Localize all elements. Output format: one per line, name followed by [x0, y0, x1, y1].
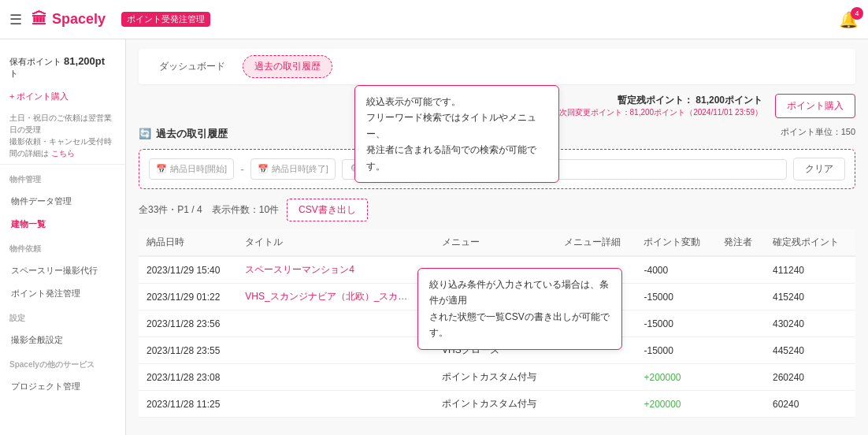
sidebar-item-building-list[interactable]: 建物一覧 — [0, 213, 125, 236]
cell-points: +200000 — [636, 364, 716, 391]
logo-text: Spacely — [52, 11, 106, 28]
cell-title — [237, 310, 434, 337]
sidebar-points: 保有ポイント 81,200pt ト — [0, 49, 125, 86]
tooltip-search-text: 絞込表示が可能です。フリーワード検索ではタイトルやメニュー、発注者に含まれる語句… — [366, 96, 536, 172]
cell-title — [237, 337, 434, 364]
cell-orderer — [716, 364, 765, 391]
logo-icon: 🏛 — [32, 10, 47, 28]
points-label: 保有ポイント — [9, 57, 61, 66]
main-layout: 保有ポイント 81,200pt ト + ポイント購入 土日・祝日のご依頼は翌営業… — [0, 39, 868, 435]
table-controls: 全33件・P1 / 4 表示件数：10件 CSV書き出し — [139, 199, 855, 221]
cell-menu: ポイントカスタム付与 — [434, 391, 556, 418]
table-header-row: 納品日時 タイトル メニュー メニュー詳細 ポイント変動 発注者 確定残ポイント — [139, 229, 855, 256]
cell-date: 2023/11/28 11:25 — [139, 391, 237, 418]
points-unit-label: ポイント単位：150 — [781, 126, 855, 138]
section-title-text: 過去の取引履歴 — [156, 127, 228, 141]
date-separator: - — [240, 163, 244, 176]
th-orderer: 発注者 — [716, 229, 765, 256]
points-info-value: 81,200ポイント — [696, 95, 762, 106]
sidebar-item-project-mgmt[interactable]: プロジェクト管理 — [0, 375, 125, 398]
table-row: 2023/11/28 11:25ポイントカスタム付与+20000060240 — [139, 391, 855, 418]
calendar-end-icon: 📅 — [258, 164, 269, 174]
sidebar: 保有ポイント 81,200pt ト + ポイント購入 土日・祝日のご依頼は翌営業… — [0, 39, 126, 435]
sidebar-note-link[interactable]: こちら — [51, 149, 75, 158]
sidebar-add-points-btn[interactable]: + ポイント購入 — [9, 91, 69, 102]
content-area: ダッシュボード 過去の取引履歴 暫定残ポイント： 81,200ポイント 次回変更… — [126, 39, 868, 435]
points-info-label: 暫定残ポイント： — [618, 95, 693, 106]
cell-orderer — [716, 391, 765, 418]
cell-points: -4000 — [636, 256, 716, 284]
cell-points: -15000 — [636, 337, 716, 364]
sidebar-item-spacely-photo[interactable]: スペースリー撮影代行 — [0, 259, 125, 282]
sidebar-note: 土日・祝日のご依頼は翌営業日の受理撮影依頼・キャンセル受付時間の詳細は こちら — [0, 107, 125, 165]
cell-points: -15000 — [636, 310, 716, 337]
sidebar-section-settings: 設定 — [0, 308, 125, 329]
cell-title — [237, 391, 434, 418]
date-end-input[interactable]: 📅 納品日時[終了] — [250, 158, 336, 180]
th-menu-detail: メニュー詳細 — [556, 229, 636, 256]
csv-export-btn[interactable]: CSV書き出し — [287, 199, 368, 221]
th-points: ポイント変動 — [636, 229, 716, 256]
cell-date: 2023/11/29 15:40 — [139, 256, 237, 284]
cell-points: +200000 — [636, 391, 716, 418]
cell-orderer — [716, 256, 765, 284]
points-unit: ト — [9, 69, 18, 78]
clear-button[interactable]: クリア — [793, 158, 845, 180]
cell-remaining: 411240 — [765, 256, 855, 284]
cell-menu-detail — [556, 364, 636, 391]
cell-remaining: 430240 — [765, 310, 855, 337]
tab-transaction-history[interactable]: 過去の取引履歴 — [243, 55, 332, 78]
points-value: 81,200pt — [64, 55, 105, 67]
cell-remaining: 60240 — [765, 391, 855, 418]
cell-date: 2023/11/28 23:55 — [139, 337, 237, 364]
cell-date: 2023/11/28 23:08 — [139, 364, 237, 391]
cell-orderer — [716, 337, 765, 364]
cell-orderer — [716, 284, 765, 310]
date-start-placeholder: 納品日時[開始] — [170, 163, 227, 175]
tab-dashboard[interactable]: ダッシュボード — [148, 56, 236, 77]
points-info-main: 暫定残ポイント： 81,200ポイント — [559, 94, 762, 107]
tooltip-csv-text: 絞り込み条件が入力されている場合は、条件が適用された状態で一覧CSVの書き出しが… — [429, 279, 610, 338]
sidebar-item-point-order[interactable]: ポイント発注管理 — [0, 282, 125, 305]
app-container: ☰ 🏛 Spacely ポイント受発注管理 🔔 4 保有ポイント 81,200p… — [0, 0, 868, 435]
title-link[interactable]: スペースリーマンション4 — [245, 264, 354, 275]
menu-icon[interactable]: ☰ — [9, 11, 22, 28]
tooltip-csv: 絞り込み条件が入力されている場合は、条件が適用された状態で一覧CSVの書き出しが… — [417, 268, 622, 350]
date-start-input[interactable]: 📅 納品日時[開始] — [149, 158, 234, 180]
record-count: 全33件・P1 / 4 表示件数：10件 — [139, 203, 279, 217]
th-menu: メニュー — [434, 229, 556, 256]
sidebar-section-order: 物件依頼 — [0, 239, 125, 259]
cell-title — [237, 364, 434, 391]
sidebar-section-other: Spacelyの他のサービス — [0, 355, 125, 375]
title-link[interactable]: VHS_スカンジナビア（北欧）_スカ… — [245, 291, 407, 302]
sidebar-item-photo-settings[interactable]: 撮影全般設定 — [0, 329, 125, 351]
cell-remaining: 445240 — [765, 337, 855, 364]
tooltip-search: 絞込表示が可能です。フリーワード検索ではタイトルやメニュー、発注者に含まれる語句… — [354, 85, 559, 183]
cell-remaining: 260240 — [765, 364, 855, 391]
sidebar-item-property-data[interactable]: 物件データ管理 — [0, 190, 125, 213]
notification-bell[interactable]: 🔔 4 — [839, 10, 859, 29]
cell-orderer — [716, 310, 765, 337]
date-end-placeholder: 納品日時[終了] — [272, 163, 328, 175]
cell-menu: ポイントカスタム付与 — [434, 364, 556, 391]
cell-title[interactable]: VHS_スカンジナビア（北欧）_スカ… — [237, 284, 434, 310]
header: ☰ 🏛 Spacely ポイント受発注管理 🔔 4 — [0, 0, 868, 39]
section-icon: 🔄 — [139, 128, 151, 139]
tab-bar: ダッシュボード 過去の取引履歴 — [139, 49, 855, 84]
sidebar-section-property: 物件管理 — [0, 169, 125, 190]
cell-points: -15000 — [636, 284, 716, 310]
th-remaining: 確定残ポイント — [765, 229, 855, 256]
cell-menu-detail — [556, 391, 636, 418]
points-info-sub: 次回変更ポイント：81,200ポイント（2024/11/01 23:59） — [559, 107, 762, 118]
notification-count: 4 — [851, 7, 863, 20]
th-date: 納品日時 — [139, 229, 237, 256]
table-row: 2023/11/28 23:08ポイントカスタム付与+200000260240 — [139, 364, 855, 391]
points-purchase-btn[interactable]: ポイント購入 — [775, 94, 855, 118]
points-info: 暫定残ポイント： 81,200ポイント 次回変更ポイント：81,200ポイント（… — [559, 94, 762, 118]
cell-title[interactable]: スペースリーマンション4 — [237, 256, 434, 284]
logo: 🏛 Spacely — [32, 10, 106, 28]
th-title: タイトル — [237, 229, 434, 256]
cell-date: 2023/11/28 23:56 — [139, 310, 237, 337]
calendar-icon: 📅 — [156, 164, 167, 174]
cell-remaining: 415240 — [765, 284, 855, 310]
